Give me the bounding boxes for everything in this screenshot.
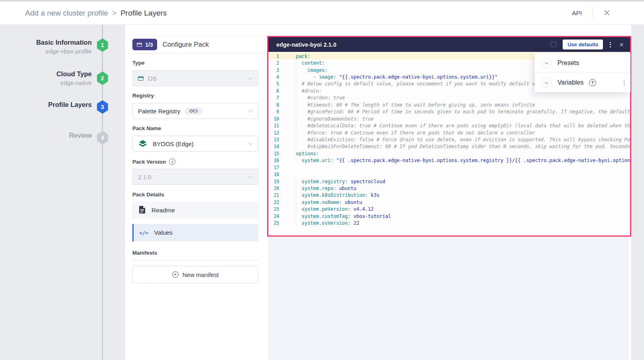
manifests-divider	[132, 260, 258, 261]
code-line[interactable]: 8 #timeout: 60 # The length of time to w…	[268, 101, 630, 108]
page-right-gutter	[631, 25, 644, 360]
pack-details-label: Pack Details	[132, 192, 164, 198]
registry-select[interactable]: Palette Registry OCI	[132, 103, 258, 119]
line-number: 16	[268, 158, 284, 163]
readme-tab[interactable]: Readme	[132, 202, 258, 219]
code-line[interactable]: 22 system.osName: ubuntu	[268, 199, 630, 206]
chevron-down-icon	[248, 108, 252, 113]
code-line[interactable]: 13 #disableEviction: false # Force drain…	[268, 136, 630, 143]
close-icon[interactable]: ×	[618, 41, 625, 48]
code-text: #force: true # Continue even if there ar…	[284, 130, 630, 136]
editor-header-actions: Use defaults ×	[551, 40, 625, 49]
presets-row[interactable]: Presets	[535, 53, 630, 73]
chevron-down-icon	[248, 174, 252, 178]
line-number: 17	[268, 165, 284, 170]
line-number: 3	[268, 67, 284, 73]
code-line[interactable]: 24 system.customTag: vbox-tutorial	[268, 213, 630, 220]
breadcrumb-link-add-cluster-profile[interactable]: Add a new cluster profile	[25, 9, 108, 18]
line-number: 25	[268, 220, 284, 226]
line-number: 12	[268, 130, 284, 136]
code-text: system.registry: spectrocloud	[284, 179, 630, 184]
code-line[interactable]: 19 system.registry: spectrocloud	[268, 178, 630, 185]
variables-row[interactable]: Variables ?	[535, 73, 630, 92]
diff-view-icon[interactable]	[551, 42, 557, 47]
code-line[interactable]: 14 #skipWaitForDeleteTimeout: 60 # If po…	[268, 143, 630, 150]
pack-name-value: BYOOS (Edge)	[153, 140, 194, 147]
chevron-down-icon	[248, 141, 252, 145]
add-cluster-profile-screen: Add a new cluster profile > Profile Laye…	[0, 0, 644, 360]
header-actions: API ✕	[572, 8, 611, 18]
code-line[interactable]: 18	[268, 171, 630, 178]
configure-pack-header: 1/3 Configure Pack	[125, 36, 266, 54]
code-line[interactable]: 16 system.uri: "{{ .spectro.pack.edge-na…	[268, 157, 630, 164]
type-select[interactable]: OS	[132, 70, 258, 86]
pack-version-select[interactable]: 2.1.0	[132, 169, 258, 185]
code-text: system.osName: ubuntu	[284, 200, 630, 205]
app-header: Add a new cluster profile > Profile Laye…	[0, 2, 644, 25]
code-text: options:	[284, 151, 630, 156]
step-cloud-type[interactable]: Cloud Type edge-native	[10, 69, 92, 87]
step-label: Basic Information	[10, 38, 92, 47]
line-number: 22	[268, 200, 284, 205]
code-line[interactable]: 23 system.peVersion: v4.4.12	[268, 206, 630, 213]
line-number: 9	[268, 109, 284, 115]
breadcrumb-separator: >	[112, 9, 116, 18]
code-line[interactable]: 20 system.repo: ubuntu	[268, 185, 630, 192]
step-sublabel: edge-vbox-profile	[10, 47, 92, 56]
code-line[interactable]: 11 #deleteLocalData: true # Continue eve…	[268, 122, 630, 129]
code-line[interactable]: 12 #force: true # Continue even if there…	[268, 129, 630, 136]
help-icon[interactable]: ?	[589, 79, 596, 86]
type-value: OS	[148, 75, 157, 82]
line-number: 15	[268, 151, 284, 156]
code-line[interactable]: 15options:	[268, 150, 630, 157]
chevron-down-icon[interactable]	[541, 77, 551, 88]
os-type-icon	[138, 76, 144, 81]
code-text: system.repo: ubuntu	[284, 186, 630, 191]
code-line[interactable]: 17	[268, 164, 630, 171]
pack-name-label: Pack Name	[132, 125, 161, 131]
line-number: 6	[268, 88, 284, 94]
code-text: system.peVersion: v4.4.12	[284, 206, 630, 212]
page-title: Configure Pack	[162, 41, 209, 49]
registry-label: Registry	[132, 93, 154, 99]
line-number: 7	[268, 95, 284, 101]
values-tab-label: Values	[154, 229, 173, 236]
code-text: system.customTag: vbox-tutorial	[284, 214, 630, 219]
code-line[interactable]: 7 #cordon: true	[268, 95, 630, 101]
presets-label: Presets	[557, 59, 579, 67]
values-tab[interactable]: </> Values	[132, 224, 258, 241]
code-line[interactable]: 21 system.k8sDistribution: k3s	[268, 192, 630, 199]
step-basic-information[interactable]: Basic Information edge-vbox-profile	[10, 38, 92, 56]
line-number: 10	[268, 116, 284, 122]
window-icon	[137, 43, 142, 47]
line-number: 14	[268, 144, 284, 149]
registry-value: Palette Registry	[138, 108, 180, 115]
plus-icon: +	[172, 271, 179, 278]
step-review[interactable]: Review	[10, 131, 92, 140]
chevron-down-icon[interactable]	[541, 58, 551, 68]
manifests-label: Manifests	[132, 250, 157, 256]
line-number: 2	[268, 60, 284, 66]
code-line[interactable]: 25 system.osVersion: 22	[268, 220, 630, 227]
code-line[interactable]: 9 #gracePeriod: 60 # Period of time in s…	[268, 109, 630, 115]
pack-version-label: Pack Version i	[132, 158, 175, 165]
code-line[interactable]: 10 #ignoreDaemonSets: true	[268, 115, 630, 122]
step-label: Cloud Type	[10, 69, 92, 79]
kebab-menu-icon[interactable]	[609, 41, 612, 48]
document-icon	[139, 206, 146, 215]
close-icon[interactable]: ✕	[603, 9, 611, 18]
use-defaults-button[interactable]: Use defaults	[563, 40, 603, 49]
new-manifest-button[interactable]: + New manifest	[132, 266, 258, 283]
chevron-down-icon	[248, 75, 252, 80]
code-text: #deleteLocalData: true # Continue even i…	[284, 123, 630, 129]
info-icon[interactable]: i	[169, 158, 175, 165]
pack-name-select[interactable]: BYOOS (Edge)	[132, 136, 258, 152]
line-number: 11	[268, 123, 284, 129]
kebab-menu-icon[interactable]	[623, 79, 626, 86]
code-icon: </>	[139, 230, 148, 236]
step-profile-layers[interactable]: Profile Layers	[10, 100, 92, 109]
step-sublabel: edge-native	[10, 79, 92, 87]
header-divider	[593, 8, 593, 18]
api-button[interactable]: API	[572, 10, 582, 16]
line-number: 18	[268, 172, 284, 177]
